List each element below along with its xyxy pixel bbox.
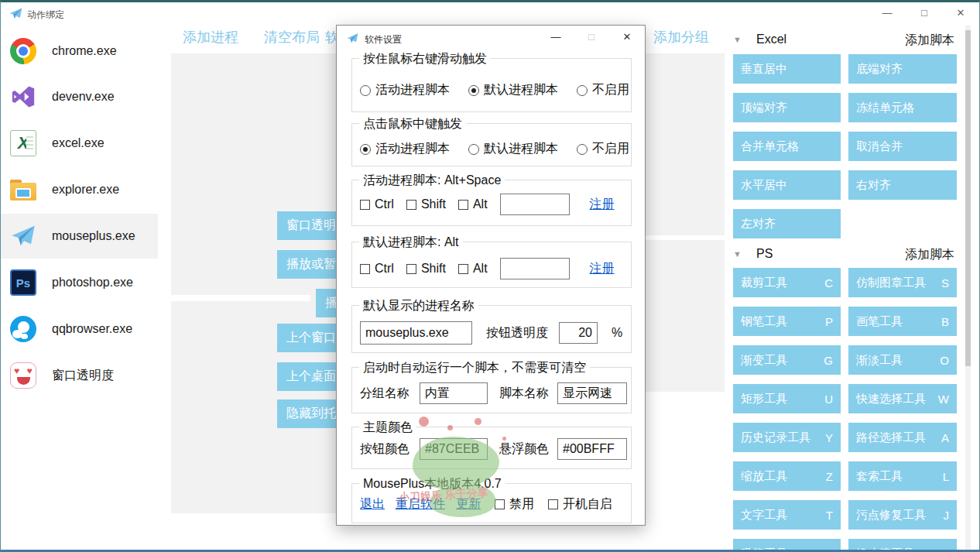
radio-option[interactable]: 默认进程脚本 xyxy=(468,141,558,157)
group-name-input[interactable] xyxy=(420,382,488,404)
hover-color-input[interactable] xyxy=(557,438,627,460)
script-button[interactable]: 裁剪工具C xyxy=(733,268,841,297)
script-button[interactable]: 仿制图章工具S xyxy=(848,268,957,297)
checkbox-disable[interactable]: 禁用 xyxy=(495,496,534,513)
register-link[interactable]: 注册 xyxy=(590,261,615,277)
group-title: 活动进程脚本: Alt+Space xyxy=(359,173,505,189)
script-button[interactable]: 路径选择工具A xyxy=(848,423,957,452)
checkbox-shift[interactable]: Shift xyxy=(406,197,446,211)
window-maximize-button[interactable]: □ xyxy=(906,2,942,24)
radio-icon-checked[interactable] xyxy=(468,85,479,96)
script-button[interactable]: 右对齐 xyxy=(848,170,957,200)
sidebar-item-photoshop[interactable]: Ps photoshop.exe xyxy=(1,260,158,305)
button-color-input[interactable] xyxy=(420,438,488,460)
radio-option[interactable]: 不启用 xyxy=(577,141,629,157)
radio-option[interactable]: 活动进程脚本 xyxy=(360,141,450,157)
script-button[interactable]: 缩放工具Z xyxy=(733,461,841,491)
process-name-input[interactable] xyxy=(360,321,472,345)
dialog-minimize-button[interactable]: — xyxy=(543,27,569,47)
radio-icon[interactable] xyxy=(577,144,588,155)
script-button[interactable]: 垂直居中 xyxy=(733,54,841,84)
checkbox-icon[interactable] xyxy=(458,200,468,210)
script-button-label: 取消合并 xyxy=(856,139,903,154)
radio-icon-checked[interactable] xyxy=(360,144,371,155)
dialog-close-button[interactable]: ✕ xyxy=(614,27,640,47)
script-button[interactable]: 橡皮擦工具E xyxy=(848,539,957,552)
script-button[interactable]: 渐淡工具O xyxy=(848,345,957,375)
script-button[interactable]: 历史记录工具Y xyxy=(733,423,841,452)
active-hotkey-input[interactable] xyxy=(500,194,570,215)
window-close-button[interactable]: ✕ xyxy=(943,2,978,24)
register-link[interactable]: 注册 xyxy=(590,197,615,213)
script-button[interactable]: 文字工具T xyxy=(733,500,841,530)
script-name-input[interactable] xyxy=(557,382,627,404)
script-button[interactable]: 矩形工具U xyxy=(733,384,841,413)
script-button[interactable]: 左对齐 xyxy=(733,209,841,238)
sidebar-item-window-opacity[interactable]: 窗口透明度 xyxy=(1,353,158,398)
radio-icon[interactable] xyxy=(577,85,588,96)
script-button[interactable]: 套索工具L xyxy=(848,461,957,491)
script-button-label: 仿制图章工具 xyxy=(856,276,926,290)
script-button[interactable]: 底端对齐 xyxy=(848,54,957,84)
checkbox-icon[interactable] xyxy=(548,499,558,509)
radio-icon[interactable] xyxy=(360,85,371,96)
checkbox-icon[interactable] xyxy=(360,264,370,274)
radio-option[interactable]: 活动进程脚本 xyxy=(360,82,450,98)
group-process-name: 默认显示的进程名称 按钮透明度 % xyxy=(351,305,632,353)
collapse-triangle-icon[interactable]: ▼ xyxy=(733,249,742,259)
script-button-label: 底端对齐 xyxy=(856,62,903,77)
checkbox-ctrl[interactable]: Ctrl xyxy=(360,197,394,211)
shortcut-key: I xyxy=(830,547,833,552)
radio-option[interactable]: 默认进程脚本 xyxy=(468,82,558,98)
group-right-drag-trigger: 按住鼠标右键滑动触发 活动进程脚本 默认进程脚本 不启用 xyxy=(351,58,632,112)
sidebar-item-explorer[interactable]: explorer.exe xyxy=(1,167,158,212)
collapse-triangle-icon[interactable]: ▼ xyxy=(733,35,742,44)
sidebar-item-devenv[interactable]: devenv.exe xyxy=(1,74,158,119)
excel-icon xyxy=(10,130,36,156)
window-minimize-button[interactable]: — xyxy=(869,2,905,24)
sidebar-item-chrome[interactable]: chrome.exe xyxy=(1,29,158,74)
exit-link[interactable]: 退出 xyxy=(360,496,385,513)
script-button[interactable]: 吸管工具I xyxy=(733,539,841,552)
section-title-ps: PS xyxy=(756,247,773,261)
script-button[interactable]: 顶端对齐 xyxy=(733,93,841,122)
default-hotkey-input[interactable] xyxy=(500,258,570,279)
script-button[interactable]: 水平居中 xyxy=(733,170,841,200)
checkbox-shift[interactable]: Shift xyxy=(406,262,446,276)
update-link[interactable]: 更新 xyxy=(456,496,481,513)
script-button[interactable]: 画笔工具B xyxy=(848,307,957,336)
restart-link[interactable]: 重启软件 xyxy=(396,496,445,513)
nav-add-group[interactable]: 添加分组 xyxy=(653,28,709,46)
script-button[interactable]: 钢笔工具P xyxy=(733,307,841,336)
nav-clear-layout[interactable]: 清空布局 xyxy=(264,28,320,46)
script-button[interactable]: 合并单元格 xyxy=(733,132,841,161)
checkbox-alt[interactable]: Alt xyxy=(458,197,488,211)
sidebar-item-excel[interactable]: excel.exe xyxy=(1,121,158,166)
checkbox-autostart[interactable]: 开机自启 xyxy=(548,496,612,513)
scrollbar-thumb[interactable] xyxy=(965,30,971,366)
sidebar-item-qqbrowser[interactable]: qqbrowser.exe xyxy=(1,307,158,351)
checkbox-alt[interactable]: Alt xyxy=(458,262,488,276)
script-button[interactable]: 冻结单元格 xyxy=(848,93,957,122)
add-script-link-ps[interactable]: 添加脚本 xyxy=(905,247,954,263)
add-script-link-excel[interactable]: 添加脚本 xyxy=(905,33,954,49)
script-button[interactable]: 取消合并 xyxy=(848,132,957,161)
script-button[interactable]: 污点修复工具J xyxy=(848,500,957,530)
radio-option[interactable]: 不启用 xyxy=(577,82,629,98)
radio-icon[interactable] xyxy=(468,144,479,155)
script-button[interactable]: 快速选择工具W xyxy=(848,384,957,413)
checkbox-icon[interactable] xyxy=(495,499,505,509)
nav-add-process[interactable]: 添加进程 xyxy=(183,28,238,46)
shortcut-key: G xyxy=(824,354,833,367)
opacity-input[interactable] xyxy=(559,322,598,344)
checkbox-ctrl[interactable]: Ctrl xyxy=(360,262,394,276)
script-button-label: 渐淡工具 xyxy=(856,353,903,368)
dialog-maximize-button[interactable]: □ xyxy=(578,27,605,47)
sidebar-item-mouseplus[interactable]: mouseplus.exe xyxy=(1,214,158,259)
checkbox-icon[interactable] xyxy=(406,200,416,210)
checkbox-icon[interactable] xyxy=(360,200,370,210)
checkbox-icon[interactable] xyxy=(406,264,416,274)
checkbox-icon[interactable] xyxy=(458,264,468,274)
script-button-label: 右对齐 xyxy=(856,178,891,193)
script-button[interactable]: 渐变工具G xyxy=(733,345,841,375)
